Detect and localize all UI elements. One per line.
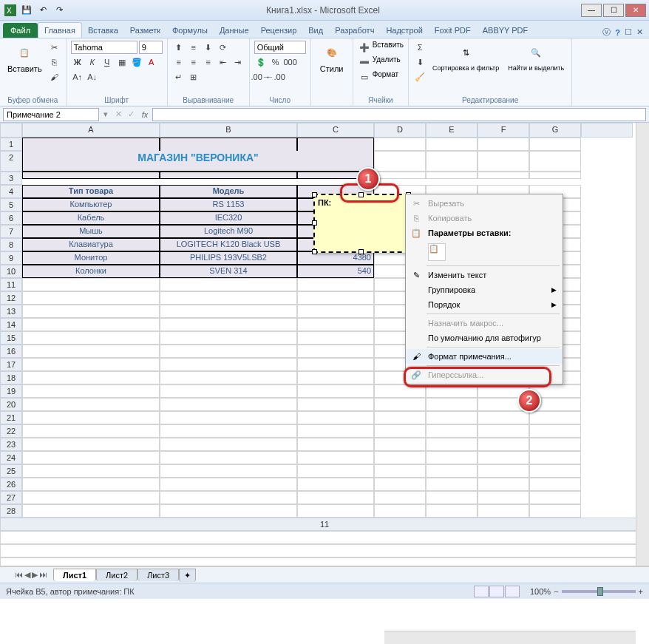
align-center-icon[interactable]: ≡	[187, 55, 200, 69]
merge-icon[interactable]: ⊞	[187, 70, 200, 84]
row-header[interactable]: 25	[0, 464, 22, 478]
copy-icon[interactable]: ⎘	[48, 55, 61, 69]
tab-addins[interactable]: Надстрой	[380, 23, 428, 38]
excel-icon[interactable]: X	[3, 3, 18, 18]
ctx-hyperlink[interactable]: 🔗Гиперссылка...	[406, 367, 563, 382]
align-top-icon[interactable]: ⬆	[172, 41, 186, 54]
file-tab[interactable]: Файл	[3, 23, 38, 38]
row-header[interactable]: 11	[0, 278, 22, 291]
row-header[interactable]: 5	[0, 198, 22, 211]
col-header[interactable]: A	[22, 123, 160, 138]
font-color-icon[interactable]: A	[145, 55, 158, 69]
comma-icon[interactable]: 000	[284, 55, 297, 69]
zoom-out-icon[interactable]: −	[554, 587, 558, 596]
formula-input[interactable]	[152, 108, 646, 121]
format-cells-icon[interactable]: ▭	[358, 70, 371, 84]
enter-icon[interactable]: ✓	[128, 109, 135, 119]
sheet-nav-next-icon[interactable]: ▶	[32, 570, 38, 580]
number-format-combo[interactable]: Общий	[254, 41, 306, 54]
paste-option-icon[interactable]: 📋	[428, 243, 446, 261]
ctx-grouping[interactable]: Группировка▶	[406, 282, 563, 297]
tab-layout[interactable]: Разметк	[124, 23, 166, 38]
row-header[interactable]: 1	[0, 138, 22, 151]
tab-data[interactable]: Данные	[214, 23, 255, 38]
window-close-icon[interactable]: ✕	[636, 27, 643, 37]
align-bottom-icon[interactable]: ⬇	[202, 41, 215, 54]
select-all-corner[interactable]	[0, 123, 22, 138]
fill-color-icon[interactable]: 🪣	[130, 55, 143, 69]
close-button[interactable]: ✕	[625, 4, 646, 17]
row-header[interactable]: 4	[0, 185, 22, 198]
row-header[interactable]: 20	[0, 398, 22, 411]
zoom-in-icon[interactable]: +	[639, 587, 643, 596]
row-header[interactable]: 15	[0, 331, 22, 345]
minimize-ribbon-icon[interactable]: ⓥ	[602, 27, 611, 38]
view-normal-icon[interactable]	[474, 586, 489, 597]
tab-review[interactable]: Рецензир	[255, 23, 303, 38]
col-header[interactable]: F	[478, 123, 529, 138]
tab-foxit[interactable]: Foxit PDF	[429, 23, 477, 38]
sheet-tab[interactable]: Лист2	[96, 569, 137, 581]
ctx-default-autoshape[interactable]: По умолчанию для автофигур	[406, 331, 563, 345]
row-header[interactable]: 9	[0, 251, 22, 265]
table-header[interactable]: Тип товара	[22, 185, 160, 198]
zoom-slider[interactable]	[562, 590, 636, 593]
sheet-nav-prev-icon[interactable]: ◀	[24, 570, 30, 580]
row-header[interactable]: 24	[0, 451, 22, 464]
row-header[interactable]: 28	[0, 504, 22, 518]
table-title[interactable]: МАГАЗИН "ВЕРОНИКА"	[22, 151, 374, 172]
sheet-nav-last-icon[interactable]: ⏭	[39, 570, 47, 580]
zoom-level[interactable]: 100%	[530, 587, 551, 596]
format-painter-icon[interactable]: 🖌	[48, 70, 61, 84]
paste-button[interactable]: 📋 Вставить	[4, 41, 45, 75]
fill-icon[interactable]: ⬇	[413, 55, 427, 69]
delete-cells-icon[interactable]: ➖	[358, 55, 371, 69]
view-pagebreak-icon[interactable]	[505, 586, 520, 597]
row-header[interactable]: 21	[0, 411, 22, 424]
sort-filter-button[interactable]: ⇅ Сортировка и фильтр	[429, 41, 502, 73]
col-header[interactable]: G	[529, 123, 581, 138]
vertical-scrollbar[interactable]	[636, 123, 649, 566]
currency-icon[interactable]: 💲	[254, 55, 268, 69]
ctx-order[interactable]: Порядок▶	[406, 297, 563, 312]
help-icon[interactable]: ?	[615, 28, 620, 37]
align-left-icon[interactable]: ≡	[172, 55, 186, 69]
row-header[interactable]: 23	[0, 438, 22, 451]
ctx-format-comment[interactable]: 🖌Формат примечания...	[406, 349, 563, 364]
align-middle-icon[interactable]: ≡	[187, 41, 200, 54]
ctx-edit-text[interactable]: ✎Изменить текст	[406, 268, 563, 282]
ctx-copy[interactable]: ⎘Копировать	[406, 211, 563, 226]
increase-font-icon[interactable]: A↑	[71, 70, 84, 84]
col-header[interactable]: D	[374, 123, 426, 138]
insert-cells-icon[interactable]: ➕	[358, 41, 371, 54]
cut-icon[interactable]: ✂	[48, 41, 61, 54]
row-header[interactable]: 10	[0, 265, 22, 278]
font-name-combo[interactable]: Tahoma	[71, 41, 137, 54]
view-layout-icon[interactable]	[489, 586, 504, 597]
cell-comment[interactable]: ПК:	[313, 194, 410, 253]
autosum-icon[interactable]: Σ	[413, 41, 427, 54]
italic-icon[interactable]: К	[86, 55, 99, 69]
tab-insert[interactable]: Вставка	[82, 23, 124, 38]
row-header[interactable]: 27	[0, 491, 22, 504]
row-header[interactable]: 13	[0, 305, 22, 318]
new-sheet-icon[interactable]: ✦	[179, 569, 196, 582]
ctx-assign-macro[interactable]: Назначить макрос...	[406, 316, 563, 331]
tab-home[interactable]: Главная	[38, 22, 82, 38]
decrease-font-icon[interactable]: A↓	[86, 70, 99, 84]
find-select-button[interactable]: 🔍 Найти и выделить	[505, 41, 567, 73]
sheet-tab[interactable]: Лист1	[53, 569, 96, 581]
row-header[interactable]: 3	[0, 172, 22, 185]
minimize-button[interactable]: —	[581, 4, 602, 17]
maximize-button[interactable]: ☐	[603, 4, 624, 17]
row-header[interactable]: 14	[0, 318, 22, 331]
horizontal-scrollbar[interactable]	[384, 631, 636, 644]
row-header[interactable]: 18	[0, 371, 22, 384]
styles-button[interactable]: 🎨 Стили	[316, 41, 348, 75]
row-header[interactable]: 26	[0, 478, 22, 491]
align-right-icon[interactable]: ≡	[202, 55, 215, 69]
percent-icon[interactable]: %	[269, 55, 282, 69]
table-header[interactable]: Модель	[160, 185, 297, 198]
col-header[interactable]: C	[297, 123, 374, 138]
bold-icon[interactable]: Ж	[71, 55, 84, 69]
